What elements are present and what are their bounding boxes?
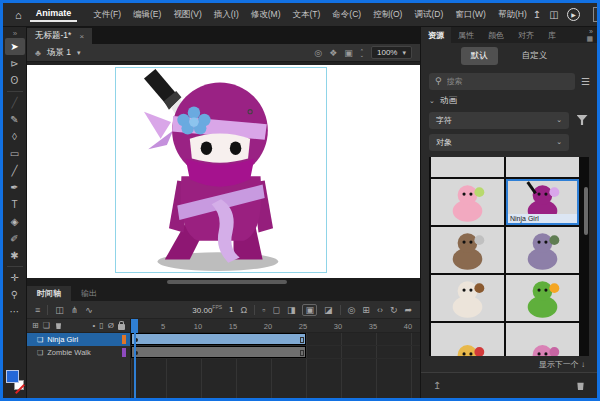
- asset-thumbnail-yellow-pup-right[interactable]: [506, 157, 579, 177]
- edit-multiple-frames-icon[interactable]: ⊞: [362, 305, 370, 315]
- hide-column-icon[interactable]: Ø: [108, 321, 114, 330]
- outline-column-icon[interactable]: ▯: [99, 321, 103, 330]
- sort-list-icon[interactable]: ☰: [581, 76, 589, 87]
- brush-tool[interactable]: ✎: [5, 111, 25, 128]
- new-layer-icon[interactable]: ⊞: [32, 321, 39, 330]
- asset-thumbnail-grandpa-with-monkey[interactable]: [431, 275, 504, 321]
- tab-output[interactable]: 输出: [71, 286, 107, 301]
- wand-tool[interactable]: ╱: [5, 94, 25, 111]
- pen-tool[interactable]: ✒: [5, 179, 25, 196]
- zoom-level-dropdown[interactable]: 100% ▾: [371, 46, 412, 59]
- asset-thumbnail-pink-wing[interactable]: [506, 323, 579, 356]
- asset-thumbnail-yellow-pup-left[interactable]: [431, 157, 504, 177]
- menu-item[interactable]: 窗口(W): [449, 9, 492, 21]
- zoom-tool[interactable]: ⚲: [5, 286, 25, 303]
- horizontal-scrollbar[interactable]: [27, 278, 420, 286]
- scene-chevron-icon[interactable]: ▾: [77, 49, 81, 57]
- insert-blank-keyframe-icon[interactable]: ▣: [302, 304, 317, 316]
- menu-item[interactable]: 文件(F): [87, 9, 127, 21]
- frame-track[interactable]: [131, 346, 420, 359]
- frame-track[interactable]: [131, 333, 420, 346]
- panel-tab-资源[interactable]: 资源: [421, 27, 451, 43]
- eraser-tool[interactable]: ◊: [5, 128, 25, 145]
- panel-tab-属性[interactable]: 属性: [451, 27, 481, 43]
- collapse-toolbar-icon[interactable]: »: [5, 28, 25, 38]
- test-movie-icon[interactable]: ▶: [567, 8, 580, 21]
- mode-button[interactable]: 默认: [461, 47, 498, 65]
- section-animation[interactable]: ⌄ 动画: [421, 93, 597, 109]
- menu-item[interactable]: 修改(M): [245, 9, 287, 21]
- character-dropdown[interactable]: 字符 ⌄: [429, 112, 569, 129]
- text-tool[interactable]: T: [5, 196, 25, 213]
- asset-warp-tool[interactable]: ✱: [5, 247, 25, 264]
- more-tools[interactable]: ⋯: [5, 303, 25, 320]
- filter-funnel-icon[interactable]: [577, 115, 588, 125]
- subselection-tool[interactable]: ⊳: [5, 55, 25, 72]
- show-all-icon[interactable]: •: [93, 321, 96, 330]
- menu-item[interactable]: 控制(O): [367, 9, 408, 21]
- panel-tab-颜色[interactable]: 颜色: [481, 27, 511, 43]
- asset-thumbnail-pink-pig-parachute[interactable]: [431, 179, 504, 225]
- asset-thumbnail-green-fish[interactable]: [506, 275, 579, 321]
- asset-thumbnail-koala-swordsman[interactable]: [431, 227, 504, 273]
- clip-edit-icon[interactable]: ❖: [329, 48, 337, 58]
- frame-span[interactable]: [131, 346, 306, 358]
- magnet-snap-icon[interactable]: Ω: [241, 305, 248, 315]
- vertical-scrollbar[interactable]: [584, 187, 588, 235]
- menu-item[interactable]: 视图(V): [167, 9, 207, 21]
- asset-thumbnail-ninja-girl[interactable]: Ninja Girl: [506, 179, 579, 225]
- paint-bucket-tool[interactable]: ◈: [5, 213, 25, 230]
- fps-display[interactable]: 30.00FPS: [192, 304, 222, 315]
- frame-span[interactable]: [131, 333, 306, 345]
- menu-item[interactable]: 文本(T): [287, 9, 327, 21]
- stage-canvas[interactable]: [27, 62, 420, 278]
- panel-menu-icon[interactable]: ▦: [586, 35, 593, 42]
- insert-frame-icon[interactable]: ▫: [262, 305, 265, 315]
- app-menu[interactable]: Animate: [30, 8, 78, 22]
- lock-column-icon[interactable]: [118, 324, 125, 330]
- zoom-stepper[interactable]: ⌃⌄: [360, 49, 364, 57]
- fill-color-swatch[interactable]: [6, 370, 19, 383]
- layer-row[interactable]: ❏Ninja Girl: [27, 333, 130, 346]
- frame-tracks[interactable]: [131, 333, 420, 398]
- insert-keyframe-icon[interactable]: ◨: [287, 305, 296, 315]
- menu-item[interactable]: 帮助(H): [492, 9, 533, 21]
- new-folder-icon[interactable]: ❏: [43, 321, 50, 330]
- layer-row[interactable]: ❏Zombie Walk: [27, 346, 130, 359]
- collapse-panel-icon[interactable]: »: [589, 28, 593, 35]
- menu-item[interactable]: 插入(I): [208, 9, 245, 21]
- workspace-icon[interactable]: ◫: [549, 9, 558, 20]
- clear-keyframe-icon[interactable]: ◪: [324, 305, 333, 315]
- home-icon[interactable]: ⌂: [7, 9, 30, 21]
- center-stage-icon[interactable]: ▣: [344, 48, 353, 58]
- tab-close-icon[interactable]: ×: [79, 32, 84, 41]
- document-tab[interactable]: 无标题-1* ×: [27, 28, 92, 44]
- asset-thumbnail-hippo-gunner[interactable]: [506, 227, 579, 273]
- object-dropdown[interactable]: 对象 ⌄: [429, 134, 569, 151]
- panel-tab-库[interactable]: 库: [541, 27, 563, 43]
- layers-stack-icon[interactable]: ≡: [35, 305, 40, 315]
- hscroll-thumb[interactable]: [167, 280, 287, 284]
- hand-tool[interactable]: ✛: [5, 269, 25, 286]
- camera-icon[interactable]: ◫: [55, 305, 64, 315]
- selection-bounding-box[interactable]: [115, 67, 327, 273]
- upload-asset-icon[interactable]: ↥: [433, 380, 441, 391]
- frame-ruler[interactable]: 510152025303540: [131, 319, 420, 333]
- line-tool[interactable]: ╱: [5, 162, 25, 179]
- layer-color-swatch[interactable]: [122, 335, 126, 344]
- code-snippet-icon[interactable]: ‹›: [377, 305, 383, 315]
- eyedropper-tool[interactable]: ✐: [5, 230, 25, 247]
- fill-stroke-swatches[interactable]: [6, 370, 24, 390]
- ninja-girl-character[interactable]: [116, 68, 326, 272]
- onion-skin-icon[interactable]: ◎: [348, 305, 356, 315]
- asset-thumbnail-area[interactable]: Ninja Girl: [429, 157, 589, 356]
- frames-area[interactable]: 510152025303540: [131, 319, 420, 398]
- selection-tool[interactable]: ➤: [5, 38, 25, 55]
- layer-color-swatch[interactable]: [122, 348, 126, 357]
- menu-item[interactable]: 编辑(E): [127, 9, 167, 21]
- delete-asset-icon[interactable]: [576, 381, 585, 390]
- asset-thumbnail-mermaid-girl[interactable]: [431, 323, 504, 356]
- hierarchy-icon[interactable]: ⋔: [71, 305, 79, 315]
- rectangle-tool[interactable]: ▭: [5, 145, 25, 162]
- share-icon[interactable]: ↥: [533, 9, 541, 20]
